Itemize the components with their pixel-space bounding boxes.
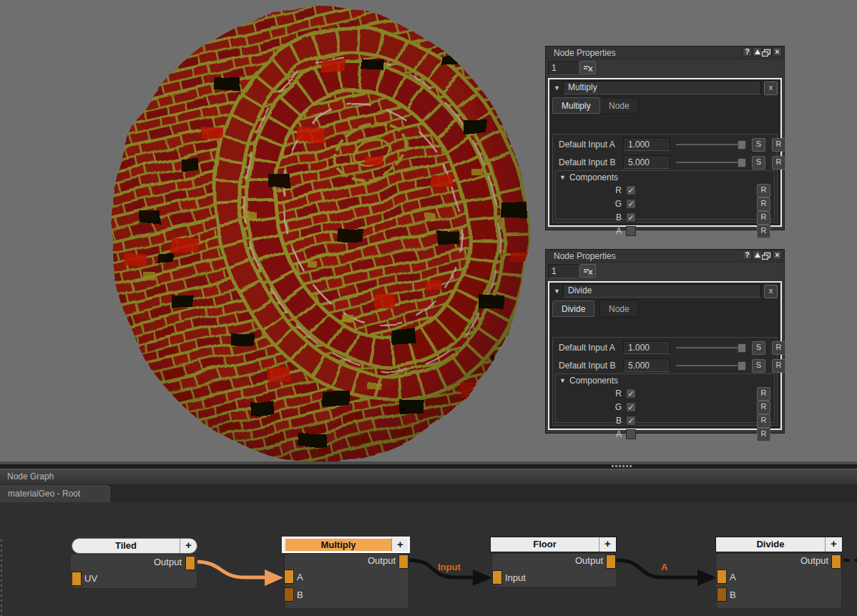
output-port[interactable] (831, 554, 841, 569)
default-input-a-value[interactable]: 1.000 (623, 137, 670, 151)
output-port[interactable] (606, 554, 616, 569)
viewport-graph-splitter[interactable] (0, 461, 857, 469)
default-input-a-value[interactable]: 1.000 (623, 341, 670, 354)
component-label: G (556, 199, 622, 209)
reset-button[interactable]: R (757, 225, 770, 238)
clear-list-button[interactable] (580, 264, 596, 278)
reset-button[interactable]: R (757, 387, 770, 401)
tab-divide[interactable]: Divide (552, 300, 594, 317)
checkbox-r[interactable]: ✓ (626, 388, 636, 399)
node-multiply-header[interactable]: Multiply + (282, 537, 410, 553)
panel-titlebar[interactable]: Node Properties ? × (546, 47, 784, 59)
close-icon[interactable]: × (773, 47, 782, 57)
checkbox-r[interactable]: ✓ (626, 185, 636, 195)
reset-button[interactable]: R (772, 138, 785, 152)
add-node-button[interactable]: + (599, 537, 616, 552)
nodegraph-titlebar[interactable]: Node Graph (0, 469, 857, 485)
input-port-uv[interactable] (72, 572, 82, 586)
add-node-button[interactable]: + (825, 537, 842, 552)
input-port-label: A (730, 572, 736, 582)
remove-node-button[interactable]: x (764, 82, 778, 95)
reset-button[interactable]: R (772, 359, 785, 373)
output-port[interactable] (398, 554, 408, 569)
output-port-label: Output (154, 557, 182, 567)
set-key-button[interactable]: S (752, 138, 765, 152)
reset-button[interactable]: R (757, 211, 770, 225)
nodegraph-title: Node Graph (7, 471, 54, 481)
help-icon[interactable]: ? (743, 250, 752, 260)
float-icon[interactable] (763, 47, 772, 57)
node-count-field[interactable]: 1 (548, 264, 579, 278)
default-input-b-value[interactable]: 5.000 (623, 358, 670, 372)
input-port-b[interactable] (284, 587, 294, 602)
default-input-b-value[interactable]: 5.000 (623, 155, 670, 169)
default-input-b-slider[interactable] (676, 157, 746, 167)
panel-titlebar[interactable]: Node Properties ? × (546, 250, 784, 263)
component-label: A (556, 429, 622, 439)
default-input-a-slider[interactable] (676, 139, 746, 150)
output-port-label: Output (368, 555, 396, 566)
collapse-arrow-icon[interactable]: ▼ (554, 84, 560, 92)
checkbox-g[interactable]: ✓ (626, 199, 636, 209)
input-port-input[interactable] (492, 570, 502, 585)
checkbox-b[interactable]: ✓ (626, 212, 636, 223)
node-title: Tiled (72, 539, 180, 553)
check-icon: ✓ (627, 403, 634, 411)
input-port-label: B (730, 590, 736, 600)
reset-button[interactable]: R (757, 428, 770, 441)
remove-node-button[interactable]: x (764, 285, 778, 298)
tab-materialgeo-root[interactable]: materialGeo - Root (0, 485, 110, 503)
collapse-arrow-icon[interactable]: ▼ (559, 377, 566, 384)
input-port-a[interactable] (717, 569, 727, 584)
reset-button[interactable]: R (757, 401, 770, 414)
tab-node[interactable]: Node (599, 97, 639, 114)
node-tiled-header[interactable]: Tiled + (72, 538, 197, 554)
nodegraph-canvas[interactable]: Input A Output UV Tiled + Output A (0, 502, 857, 616)
reset-button[interactable]: R (757, 184, 770, 197)
tab-multiply[interactable]: Multiply (552, 97, 600, 114)
checkbox-a[interactable] (626, 226, 636, 236)
tab-node[interactable]: Node (599, 300, 639, 317)
node-section-divide: ▼ Divide x Divide Node Default Input A 1… (548, 281, 782, 430)
node-floor-header[interactable]: Floor + (490, 537, 617, 552)
set-key-button[interactable]: S (752, 359, 765, 373)
add-node-button[interactable]: + (391, 538, 408, 552)
node-name-field[interactable]: Divide (563, 284, 761, 298)
clear-list-button[interactable] (580, 61, 596, 74)
dock-icon[interactable] (753, 250, 762, 260)
collapse-arrow-icon[interactable]: ▼ (554, 288, 560, 295)
reset-button[interactable]: R (757, 414, 770, 428)
add-node-button[interactable]: + (180, 539, 197, 553)
default-input-a-slider[interactable] (676, 342, 746, 353)
collapse-arrow-icon[interactable]: ▼ (559, 174, 566, 181)
set-key-button[interactable]: S (752, 341, 765, 355)
dock-icon[interactable] (753, 47, 762, 57)
help-icon[interactable]: ? (743, 47, 752, 57)
component-label: R (556, 388, 622, 399)
reset-button[interactable]: R (772, 341, 785, 355)
checkbox-a[interactable] (626, 429, 636, 439)
checkbox-g[interactable]: ✓ (626, 402, 636, 412)
check-icon: ✓ (627, 200, 634, 208)
close-icon[interactable]: × (773, 250, 782, 260)
tab-label: materialGeo - Root (8, 489, 80, 499)
output-port-label: Output (575, 555, 603, 566)
checkbox-b[interactable]: ✓ (626, 416, 636, 426)
float-icon[interactable] (763, 250, 772, 260)
node-name-field[interactable]: Multiply (563, 81, 761, 94)
input-port-a[interactable] (284, 569, 294, 584)
clear-list-icon (583, 65, 593, 72)
field-label: Default Input B (559, 361, 615, 371)
output-port[interactable] (185, 556, 195, 570)
input-port-label: UV (84, 573, 97, 584)
input-port-b[interactable] (717, 587, 727, 602)
reset-button[interactable]: R (757, 197, 770, 211)
check-icon: ✓ (627, 186, 634, 195)
default-input-b-slider[interactable] (676, 360, 746, 371)
node-properties-panel-divide: Node Properties ? × 1 ▼ Divide x Divide … (545, 249, 785, 434)
set-key-button[interactable]: S (752, 156, 765, 170)
node-count-field[interactable]: 1 (548, 61, 579, 75)
splitter-handle-icon[interactable] (612, 465, 632, 467)
reset-button[interactable]: R (772, 156, 785, 170)
node-divide-header[interactable]: Divide + (715, 537, 843, 552)
